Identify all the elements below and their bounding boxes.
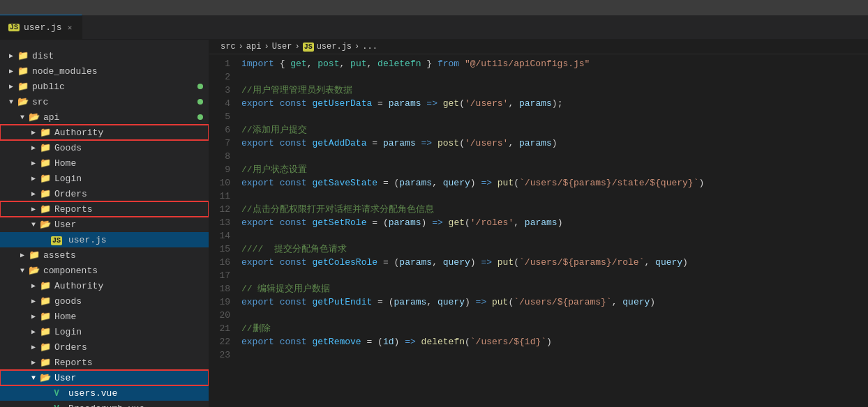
folder-icon: 📁 [39,326,52,337]
line-number: 11 [209,190,239,203]
folder-icon: 📁 [39,158,52,169]
line-number: 6 [209,123,239,137]
dot-indicator [197,114,203,120]
code-line: 6//添加用户提交 [209,123,868,137]
line-content: export const getSetRole = (params) => ge… [239,216,562,229]
folder-icon: 📁 [28,249,40,261]
title-bar [0,0,868,15]
item-label: node_modules [32,66,98,77]
line-number: 22 [209,335,239,348]
breadcrumb-filename[interactable]: user.js [317,42,352,52]
line-content: import { get, post, put, deletefn } from… [239,57,590,70]
item-label: user.js [68,235,107,245]
code-line: 14 [209,229,868,243]
item-label: Home [54,158,76,169]
sidebar-item-authority-comp[interactable]: ▶ 📁 Authority [0,278,209,293]
folder-icon: 📁 [39,357,52,368]
sidebar-item-orders-comp[interactable]: ▶ 📁 Orders [0,339,209,355]
vue-file-icon: V [50,404,63,408]
line-number: 4 [209,97,239,110]
code-line: 3//用户管理管理员列表数据 [209,84,868,97]
code-line: 2 [209,70,868,84]
arrow-icon: ▶ [28,282,39,290]
line-number: 9 [209,163,239,176]
line-content: //// 提交分配角色请求 [239,243,347,256]
sidebar-item-login-comp[interactable]: ▶ 📁 Login [0,324,209,339]
sidebar-item-src[interactable]: ▼ 📂 src [0,94,209,109]
item-label: Authority [54,128,103,138]
sidebar-item-login-api[interactable]: ▶ 📁 Login [0,171,209,186]
sidebar-item-user-api[interactable]: ▼ 📂 User [0,217,209,232]
line-number: 13 [209,216,239,229]
item-label: Orders [54,189,87,199]
tab-close-button[interactable]: ✕ [66,22,74,33]
item-label: Breadcrumb.vue [68,404,144,408]
item-label: components [43,266,98,276]
arrow-icon: ▶ [28,205,39,213]
code-lines: 1import { get, post, put, deletefn } fro… [209,57,868,362]
breadcrumb-src[interactable]: src [220,42,236,52]
item-label: Login [54,327,82,337]
line-number: 17 [209,269,239,282]
line-number: 19 [209,295,239,309]
code-line: 23 [209,348,868,362]
sidebar-item-api[interactable]: ▼ 📂 api [0,109,209,125]
folder-icon: 📁 [39,204,52,215]
js-icon: JS [8,24,20,31]
sidebar-item-home-api[interactable]: ▶ 📁 Home [0,155,209,171]
sidebar-item-dist[interactable]: ▶ 📁 dist [0,48,209,63]
sidebar-item-reports-api[interactable]: ▶ 📁 Reports [0,201,209,217]
main-area: ▶ 📁 dist ▶ 📁 node_modules ▶ 📁 public ▼ 📂… [0,40,868,407]
folder-icon: 📁 [39,188,52,199]
tab-bar: JS user.js ✕ [0,15,868,40]
folder-icon: 📁 [17,66,29,77]
folder-icon: 📁 [39,341,52,353]
item-label: Home [54,312,76,322]
sidebar-item-public[interactable]: ▶ 📁 public [0,79,209,94]
arrow-icon: ▶ [28,328,39,336]
line-content: //用户管理管理员列表数据 [239,84,352,97]
arrow-icon: ▶ [28,297,39,305]
sidebar-item-breadcrumb-vue[interactable]: V Breadcrumb.vue [0,401,209,407]
breadcrumb-api[interactable]: api [246,42,262,52]
line-content: export const getRemove = (id) => deletef… [239,335,552,348]
breadcrumb-user[interactable]: User [272,42,292,52]
sidebar-item-components[interactable]: ▼ 📂 components [0,263,209,278]
sidebar-item-node-modules[interactable]: ▶ 📁 node_modules [0,63,209,79]
arrow-icon: ▶ [28,190,39,198]
arrow-icon: ▶ [6,52,17,60]
sidebar-item-authority-api[interactable]: ▶ 📁 Authority [0,125,209,140]
folder-icon: 📁 [39,295,52,307]
sidebar-item-goods-api[interactable]: ▶ 📁 Goods [0,140,209,155]
tab-user-js[interactable]: JS user.js ✕ [0,15,82,39]
code-line: 22export const getRemove = (id) => delet… [209,335,868,348]
breadcrumb-ellipsis[interactable]: ... [362,42,377,52]
code-line: 9//用户状态设置 [209,163,868,176]
sidebar-item-goods-comp[interactable]: ▶ 📁 goods [0,293,209,309]
sidebar-item-reports-comp[interactable]: ▶ 📁 Reports [0,355,209,370]
line-number: 20 [209,309,239,322]
item-label: public [32,82,65,92]
line-number: 1 [209,57,239,70]
code-line: 1import { get, post, put, deletefn } fro… [209,57,868,70]
item-label: src [32,97,48,107]
sidebar-item-users-vue[interactable]: V users.vue [0,385,209,401]
item-label: User [54,220,76,230]
item-label: Login [54,174,82,184]
code-editor[interactable]: 1import { get, post, put, deletefn } fro… [209,54,868,407]
dot-indicator [197,84,203,89]
sidebar-item-orders-api[interactable]: ▶ 📁 Orders [0,186,209,201]
folder-icon: 📁 [39,280,52,291]
arrow-icon: ▶ [28,128,39,137]
sidebar-item-home-comp[interactable]: ▶ 📁 Home [0,309,209,324]
sidebar-item-assets[interactable]: ▶ 📁 assets [0,247,209,263]
sidebar-item-user-js[interactable]: JS user.js [0,232,209,247]
item-label: Reports [54,204,93,215]
sidebar-item-user-comp[interactable]: ▼ 📂 User [0,370,209,385]
arrow-icon: ▶ [6,67,17,75]
item-label: users.vue [68,388,117,399]
line-number: 15 [209,243,239,256]
code-line: 20 [209,309,868,322]
line-content: export const getAddData = params => post… [239,137,558,150]
folder-icon: 📁 [39,173,52,184]
